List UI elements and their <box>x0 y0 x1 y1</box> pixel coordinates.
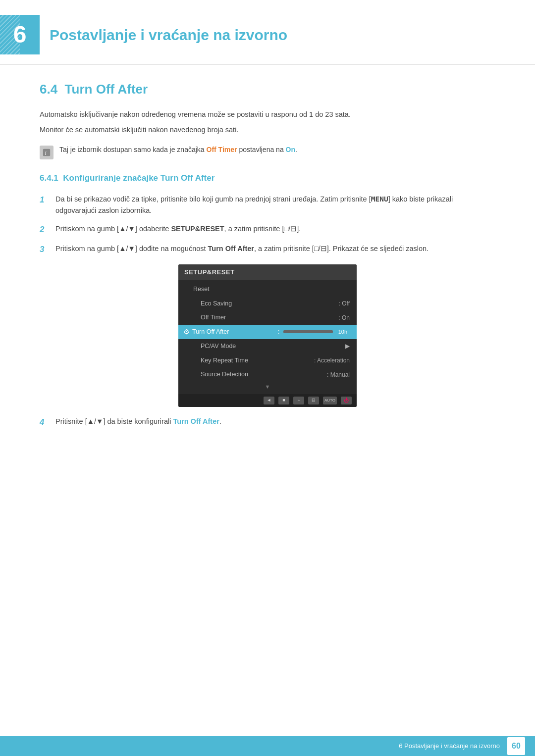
note-icon: i <box>40 146 54 159</box>
monitor-screen: SETUP&RESET Reset Eco Saving : Off Off T… <box>178 264 357 406</box>
menu-item-turn-off-after: ⚙ Turn Off After : 10h <box>178 325 357 339</box>
step-text-1: Da bi se prikazao vodič za tipke, pritis… <box>55 194 495 216</box>
step-number-4: 4 <box>40 416 49 429</box>
menu-item-reset: Reset <box>178 282 357 297</box>
page-footer: 6 Postavljanje i vraćanje na izvorno 60 <box>0 736 535 756</box>
slider-value: 10h <box>336 327 350 337</box>
svg-rect-0 <box>43 149 50 156</box>
subsection-title: 6.4.1 Konfiguriranje značajke Turn Off A… <box>40 172 495 185</box>
step-text-2: Pritiskom na gumb [▲/▼] odaberite SETUP&… <box>55 223 495 235</box>
slider-container: 10h <box>283 327 350 337</box>
step-2: 2 Pritiskom na gumb [▲/▼] odaberite SETU… <box>40 223 495 236</box>
note-box: i Taj je izbornik dostupan samo kada je … <box>40 145 495 159</box>
section-title: 6.4 Turn Off After <box>40 80 495 99</box>
menu-item-pcav-mode: PC/AV Mode ▶ <box>178 339 357 353</box>
step-number-2: 2 <box>40 223 49 236</box>
steps-list-4: 4 Pritisnite [▲/▼] da biste konfiguriral… <box>40 416 495 429</box>
chapter-header: 6 Postavljanje i vraćanje na izvorno <box>0 0 535 65</box>
step-text-4: Pritisnite [▲/▼] da biste konfigurirali … <box>55 416 495 427</box>
body-paragraph-2: Monitor će se automatski isključiti nako… <box>40 124 495 136</box>
btn-power: ⏻ <box>341 397 352 404</box>
chevron-down-icon: ▼ <box>178 382 357 392</box>
btn-enter: ⊟ <box>308 397 319 404</box>
gear-icon: ⚙ <box>183 327 190 337</box>
btn-plus: ＋ <box>293 397 304 404</box>
chapter-number: 6 <box>13 17 27 52</box>
step-4: 4 Pritisnite [▲/▼] da biste konfiguriral… <box>40 416 495 429</box>
step4-highlight: Turn Off After <box>173 417 219 425</box>
slider-bar <box>283 330 333 333</box>
btn-auto: AUTO <box>323 397 337 404</box>
menu-bottom-bar: ◄ ■ ＋ ⊟ AUTO ⏻ <box>178 394 357 407</box>
footer-chapter-text: 6 Postavljanje i vraćanje na izvorno <box>399 741 500 751</box>
step-number-1: 1 <box>40 194 49 206</box>
menu-kbd: MENU <box>371 195 388 203</box>
menu-item-key-repeat: Key Repeat Time : Acceleration <box>178 353 357 368</box>
footer-page-number: 60 <box>507 737 525 755</box>
step2-bold: SETUP&RESET <box>171 225 224 233</box>
arrow-right-icon: ▶ <box>345 342 350 351</box>
menu-item-eco-saving: Eco Saving : Off <box>178 297 357 311</box>
step3-bold: Turn Off After <box>208 245 254 252</box>
step-text-3: Pritiskom na gumb [▲/▼] dođite na mogućn… <box>55 243 495 254</box>
menu-header: SETUP&RESET <box>178 264 357 280</box>
step-number-3: 3 <box>40 243 49 256</box>
main-content: 6.4 Turn Off After Automatsko isključiva… <box>0 80 535 475</box>
steps-list: 1 Da bi se prikazao vodič za tipke, prit… <box>40 194 495 255</box>
btn-minus: ■ <box>278 397 289 404</box>
chapter-title: Postavljanje i vraćanje na izvorno <box>50 24 287 46</box>
info-icon: i <box>42 148 51 157</box>
chapter-number-block: 6 <box>0 15 40 54</box>
body-paragraph-1: Automatsko isključivanje nakon određenog… <box>40 109 495 120</box>
svg-text:i: i <box>45 150 46 156</box>
menu-item-source-detection: Source Detection : Manual <box>178 367 357 382</box>
btn-left: ◄ <box>264 397 274 404</box>
step-3: 3 Pritiskom na gumb [▲/▼] dođite na mogu… <box>40 243 495 256</box>
menu-items: Reset Eco Saving : Off Off Timer : On ⚙ … <box>178 280 357 394</box>
note-text: Taj je izbornik dostupan samo kada je zn… <box>59 145 297 155</box>
menu-item-off-timer: Off Timer : On <box>178 310 357 325</box>
step-1: 1 Da bi se prikazao vodič za tipke, prit… <box>40 194 495 216</box>
